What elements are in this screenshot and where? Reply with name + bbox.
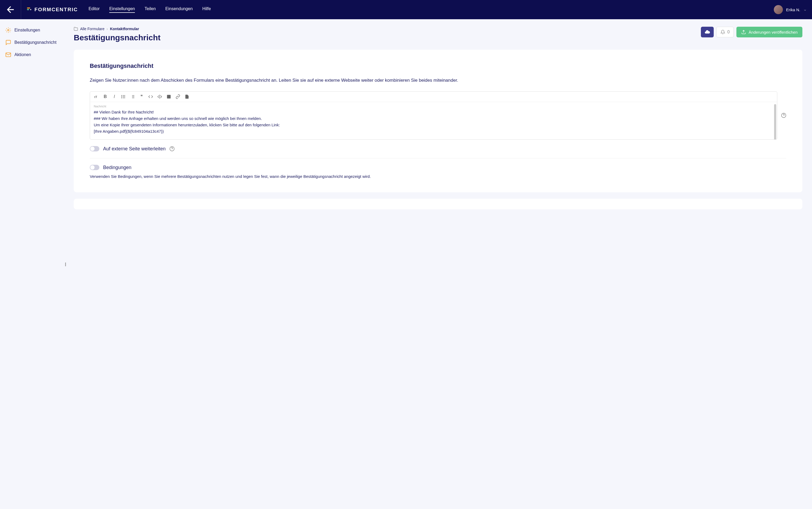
chevron-right-icon: › [107,27,108,31]
nav-teilen[interactable]: Teilen [144,6,156,13]
logo-icon [26,6,32,13]
editor-textarea[interactable]: Nachricht ## Vielen Dank für Ihre Nachri… [90,102,777,139]
publish-label: Änderungen veröffentlichen [749,30,798,34]
sidebar-item-bestaetigungsnachricht[interactable]: Bestätigungsnachricht [0,36,64,48]
quote-icon[interactable]: ❞ [139,94,144,99]
sidebar-resize-handle[interactable]: || [65,262,66,266]
help-icon[interactable] [781,113,786,118]
sidebar: Einstellungen Bestätigungsnachricht Akti… [0,19,64,509]
svg-point-10 [122,96,122,97]
svg-text:τT: τT [94,95,98,98]
nav: Editor Einstellungen Teilen Einsendungen… [89,6,211,13]
message-editor: τT B I ❞ Nach [90,91,777,140]
help-icon[interactable] [169,146,175,151]
nav-hilfe[interactable]: Hilfe [202,6,211,13]
confirmation-card: Bestätigungsnachricht Zeigen Sie Nutzer:… [74,50,802,192]
main-content: Alle Formulare › Kontaktformular Bestäti… [64,19,812,509]
editor-label: Nachricht [94,105,773,108]
bell-icon [720,30,725,34]
publish-button[interactable]: Änderungen veröffentlichen [736,27,802,37]
mail-icon [5,52,11,58]
image-icon[interactable] [166,94,171,99]
sidebar-label: Bestätigungsnachricht [14,40,56,45]
editor-text: ## Vielen Dank für Ihre Nachricht! ### W… [94,109,773,135]
divider [21,0,21,19]
avatar [774,5,783,14]
heading-icon[interactable]: τT [94,94,99,99]
header: FORMCENTRIC Editor Einstellungen Teilen … [0,0,812,19]
logo: FORMCENTRIC [26,6,78,13]
gear-icon [5,27,11,33]
sidebar-item-aktionen[interactable]: Aktionen [0,48,64,61]
user-menu[interactable]: Erika N. [774,5,807,14]
bullet-list-icon[interactable] [121,94,126,99]
notification-count: 0 [727,30,730,34]
folder-icon [74,27,78,31]
bold-icon[interactable]: B [103,94,108,99]
nav-einsendungen[interactable]: Einsendungen [165,6,193,13]
codeblock-icon[interactable] [157,94,162,99]
scrollbar[interactable] [774,104,776,140]
svg-point-9 [122,95,122,96]
save-cloud-button[interactable] [701,27,714,37]
italic-icon[interactable]: I [112,94,117,99]
nav-editor[interactable]: Editor [89,6,100,13]
redirect-toggle[interactable] [90,146,99,151]
page-title: Bestätigungsnachricht [74,33,161,42]
breadcrumb-current: Kontaktformular [110,27,139,31]
redirect-label: Auf externe Seite weiterleiten [103,146,166,152]
back-button[interactable] [5,4,16,15]
next-card [74,199,802,209]
card-title: Bestätigungsnachricht [90,63,786,69]
svg-point-3 [7,29,9,31]
svg-rect-0 [27,7,30,8]
chevron-down-icon [804,8,807,11]
upload-icon [741,30,746,34]
svg-point-2 [30,9,31,10]
editor-toolbar: τT B I ❞ [90,92,777,102]
conditions-toggle[interactable] [90,165,99,170]
card-description: Zeigen Sie Nutzer:innen nach dem Abschic… [90,77,786,84]
numbered-list-icon[interactable] [130,94,135,99]
cloud-icon [704,29,710,35]
breadcrumb-root[interactable]: Alle Formulare [80,27,104,31]
conditions-label: Bedingungen [103,165,131,170]
svg-point-11 [122,98,122,98]
notification-button[interactable]: 0 [716,27,734,37]
svg-rect-16 [167,95,171,99]
conditions-description: Verwenden Sie Bedingungen, wenn Sie mehr… [90,174,786,180]
pdf-icon[interactable] [184,94,190,99]
svg-rect-1 [27,9,29,10]
link-icon[interactable] [175,94,180,99]
nav-einstellungen[interactable]: Einstellungen [109,6,135,13]
sidebar-label: Aktionen [14,52,31,57]
sidebar-item-einstellungen[interactable]: Einstellungen [0,24,64,36]
breadcrumb: Alle Formulare › Kontaktformular [74,27,161,31]
code-icon[interactable] [148,94,153,99]
user-name: Erika N. [786,7,800,12]
logo-text: FORMCENTRIC [34,7,78,12]
message-icon [5,39,11,45]
sidebar-label: Einstellungen [14,28,40,33]
